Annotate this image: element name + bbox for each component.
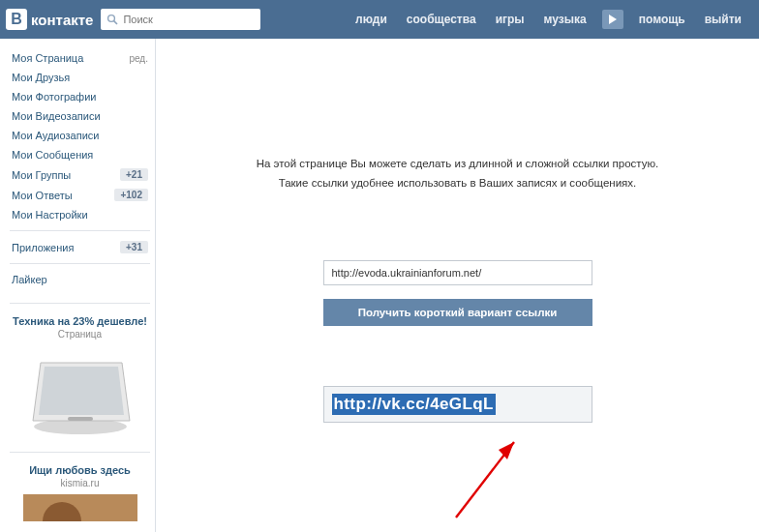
ad-block[interactable]: Техника на 23% дешевле! Страница <box>10 303 150 438</box>
sidebar-item-videos[interactable]: Мои Видеозаписи <box>10 106 150 126</box>
sidebar-item-label: Мои Настройки <box>12 209 88 221</box>
svg-line-1 <box>114 21 117 24</box>
sidebar-item-my-page[interactable]: Моя Страница ред. <box>10 48 150 68</box>
ad-image <box>23 494 137 521</box>
svg-marker-2 <box>609 15 617 24</box>
sidebar-separator <box>10 230 150 231</box>
sidebar-item-friends[interactable]: Мои Друзья <box>10 68 150 87</box>
sidebar-item-label: Мои Группы <box>12 169 71 181</box>
sidebar-item-tag[interactable]: ред. <box>129 53 148 64</box>
ad-title: Ищи любовь здесь <box>10 464 150 476</box>
sidebar-item-liker[interactable]: Лайкер <box>10 270 150 289</box>
logo-badge: B <box>6 9 27 30</box>
sidebar-item-groups[interactable]: Мои Группы +21 <box>10 164 150 185</box>
sidebar-item-label: Лайкер <box>12 274 47 285</box>
sidebar-item-photos[interactable]: Мои Фотографии <box>10 87 150 106</box>
sidebar-item-audio[interactable]: Мои Аудиозаписи <box>10 126 150 145</box>
long-url-input[interactable] <box>323 260 592 285</box>
sidebar-count-badge[interactable]: +102 <box>114 189 148 201</box>
description-line-1: На этой странице Вы можете сделать из дл… <box>185 155 730 174</box>
ad-title: Техника на 23% дешевле! <box>10 315 150 327</box>
top-nav: люди сообщества игры музыка помощь выйти <box>346 10 751 29</box>
nav-communities[interactable]: сообщества <box>397 13 486 26</box>
short-url-result[interactable]: http://vk.cc/4eGLqL <box>323 386 592 423</box>
sidebar-item-label: Мои Аудиозаписи <box>12 130 99 141</box>
sidebar-item-label: Мои Сообщения <box>12 149 93 161</box>
sidebar-count-badge[interactable]: +21 <box>120 168 148 181</box>
short-url-text: http://vk.cc/4eGLqL <box>332 394 496 415</box>
ad-block[interactable]: Ищи любовь здесь kismia.ru <box>10 452 150 521</box>
sidebar-separator <box>10 263 150 264</box>
nav-people[interactable]: люди <box>346 13 397 26</box>
sidebar-item-label: Мои Видеозаписи <box>12 110 101 122</box>
nav-help[interactable]: помощь <box>629 13 695 26</box>
sidebar: Моя Страница ред. Мои Друзья Мои Фотогра… <box>0 39 155 532</box>
sidebar-count-badge[interactable]: +31 <box>120 241 148 253</box>
ad-subtitle: kismia.ru <box>10 478 150 488</box>
sidebar-item-label: Мои Ответы <box>12 190 73 201</box>
svg-rect-6 <box>68 417 93 421</box>
sidebar-item-label: Моя Страница <box>12 52 83 64</box>
svg-point-0 <box>108 15 115 22</box>
sidebar-item-label: Приложения <box>12 242 74 253</box>
nav-logout[interactable]: выйти <box>695 13 751 26</box>
sidebar-item-apps[interactable]: Приложения +31 <box>10 237 150 257</box>
play-icon <box>608 15 617 24</box>
sidebar-item-answers[interactable]: Мои Ответы +102 <box>10 185 150 205</box>
sidebar-item-messages[interactable]: Мои Сообщения <box>10 145 150 164</box>
svg-marker-5 <box>39 367 124 415</box>
description-line-2: Такие ссылки удобнее использовать в Ваши… <box>185 174 730 193</box>
shorten-button[interactable]: Получить короткий вариант ссылки <box>323 299 592 326</box>
nav-music[interactable]: музыка <box>534 13 596 26</box>
ad-image <box>23 345 137 438</box>
sidebar-item-label: Мои Друзья <box>12 72 70 83</box>
ad-subtitle: Страница <box>10 329 150 340</box>
svg-line-9 <box>456 442 514 517</box>
main-content: На этой странице Вы можете сделать из дл… <box>155 39 759 532</box>
svg-marker-10 <box>499 442 514 459</box>
top-header: B контакте люди сообщества игры музыка п… <box>0 0 759 39</box>
search-input[interactable] <box>118 14 255 25</box>
logo-text: контакте <box>31 12 93 28</box>
search-box[interactable] <box>101 9 260 30</box>
sidebar-item-label: Мои Фотографии <box>12 91 96 103</box>
sidebar-item-settings[interactable]: Мои Настройки <box>10 205 150 224</box>
search-icon <box>106 14 118 25</box>
nav-play-button[interactable] <box>602 10 623 29</box>
annotation-arrow-icon <box>446 421 562 527</box>
logo[interactable]: B контакте <box>6 9 101 30</box>
description: На этой странице Вы можете сделать из дл… <box>185 155 730 192</box>
nav-games[interactable]: игры <box>486 13 534 26</box>
